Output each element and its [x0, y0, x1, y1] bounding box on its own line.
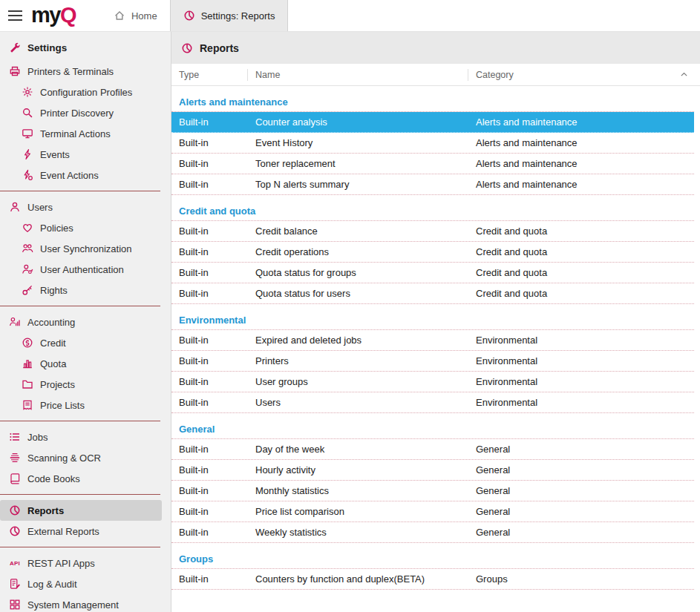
column-header-type[interactable]: Type [171, 69, 248, 81]
report-row[interactable]: Built-inQuota status for groupsCredit an… [171, 263, 694, 283]
sidebar-item-log-audit[interactable]: Log & Audit [0, 573, 171, 594]
cell-name: Day of the week [248, 444, 468, 455]
cell-name: Weekly statistics [248, 527, 468, 538]
cell-type: Built-in [171, 246, 248, 257]
sidebar-item-users[interactable]: Users [0, 197, 171, 217]
cell-name: Top N alerts summary [248, 179, 468, 190]
cell-type: Built-in [171, 573, 248, 585]
sidebar-menu: Printers & TerminalsConfiguration Profil… [0, 61, 171, 612]
sidebar-item-scanning-ocr[interactable]: Scanning & OCR [0, 447, 171, 468]
cell-category: Environmental [468, 335, 694, 346]
bolt-gear-icon [22, 169, 33, 181]
cell-name: Toner replacement [248, 158, 468, 169]
sidebar-item-credit[interactable]: Credit [0, 332, 171, 353]
search-icon [22, 107, 33, 119]
sidebar-item-user-authentication[interactable]: User Authentication [0, 259, 171, 280]
sidebar-item-code-books[interactable]: Code Books [0, 468, 171, 489]
sidebar-item-reports[interactable]: Reports [0, 500, 162, 521]
bolt-icon [22, 148, 33, 160]
sidebar-item-external-reports[interactable]: External Reports [0, 521, 171, 542]
sidebar-item-events[interactable]: Events [0, 144, 171, 165]
settings-sidebar: Settings Printers & TerminalsConfigurati… [0, 32, 171, 612]
myq-app: myQ Home Settings: Reports Settings Prin… [0, 0, 700, 612]
report-row[interactable]: Built-inEvent HistoryAlerts and maintena… [171, 133, 694, 154]
sidebar-item-printer-discovery[interactable]: Printer Discovery [0, 102, 171, 123]
report-row[interactable]: Built-inWeekly statisticsGeneral [171, 522, 694, 543]
report-row[interactable]: Built-inExpired and deleted jobsEnvironm… [171, 330, 694, 351]
report-row[interactable]: Built-inCredit operationsCredit and quot… [171, 242, 694, 263]
sidebar-item-label: Users [27, 202, 53, 213]
report-row[interactable]: Built-inToner replacementAlerts and main… [171, 154, 694, 174]
folder-icon [22, 378, 33, 390]
sidebar-item-quota[interactable]: Quota [0, 353, 171, 374]
report-row[interactable]: Built-inUser groupsEnvironmental [171, 372, 694, 392]
cell-category: Credit and quota [468, 226, 694, 237]
report-row[interactable]: Built-inUsersEnvironmental [171, 392, 694, 413]
column-header-name[interactable]: Name [248, 69, 468, 81]
category-group-header: Groups [171, 543, 694, 569]
table-header: Type Name Category [171, 64, 700, 86]
cell-category: Groups [468, 573, 694, 585]
sidebar-item-user-synchronization[interactable]: User Synchronization [0, 238, 171, 259]
sidebar-item-policies[interactable]: Policies [0, 217, 171, 238]
sidebar-item-label: Reports [27, 505, 64, 516]
report-row[interactable]: Built-inQuota status for usersCredit and… [171, 283, 694, 304]
cell-category: Credit and quota [468, 246, 694, 257]
price-list-icon [22, 399, 33, 411]
sidebar-item-projects[interactable]: Projects [0, 374, 171, 395]
cell-type: Built-in [171, 397, 248, 408]
scanner-icon [9, 452, 21, 464]
sidebar-item-configuration-profiles[interactable]: Configuration Profiles [0, 82, 171, 102]
sidebar-item-printers-terminals[interactable]: Printers & Terminals [0, 61, 171, 82]
cell-type: Built-in [171, 137, 248, 148]
cell-type: Built-in [171, 116, 248, 128]
logo-text-q: Q [60, 3, 76, 27]
report-row[interactable]: Built-inPrice list comparisonGeneral [171, 501, 694, 522]
sidebar-item-label: Policies [40, 223, 73, 234]
cell-type: Built-in [171, 226, 248, 237]
report-row[interactable]: Built-inCredit balanceCredit and quota [171, 221, 694, 242]
sidebar-item-jobs[interactable]: Jobs [0, 427, 171, 447]
sidebar-item-label: Configuration Profiles [40, 87, 132, 98]
report-row[interactable]: Built-inCounter analysisAlerts and maint… [171, 112, 694, 133]
column-header-category[interactable]: Category [468, 69, 700, 81]
cell-name: Credit balance [248, 226, 468, 237]
sidebar-item-label: Projects [40, 379, 75, 390]
tab-home[interactable]: Home [101, 0, 170, 31]
sidebar-item-label: User Authentication [40, 264, 124, 275]
myq-logo[interactable]: myQ [30, 0, 85, 31]
report-row[interactable]: Built-inHourly activityGeneral [171, 460, 694, 481]
report-row[interactable]: Built-inCounters by function and duplex(… [171, 569, 694, 590]
report-row[interactable]: Built-inPrintersEnvironmental [171, 351, 694, 372]
sidebar-item-event-actions[interactable]: Event Actions [0, 165, 171, 185]
report-row[interactable]: Built-inTop N alerts summaryAlerts and m… [171, 174, 694, 195]
sidebar-item-rest-api-apps[interactable]: APIREST API Apps [0, 553, 171, 573]
cell-name: Hourly activity [248, 464, 468, 476]
cell-name: Expired and deleted jobs [248, 335, 468, 346]
menu-icon[interactable] [0, 0, 30, 31]
sidebar-item-price-lists[interactable]: Price Lists [0, 395, 171, 415]
sidebar-divider [0, 421, 160, 421]
logo-text-my: my [31, 3, 60, 27]
cell-category: General [468, 506, 694, 517]
sidebar-item-label: Code Books [27, 473, 80, 484]
sidebar-item-rights[interactable]: Rights [0, 280, 171, 300]
cell-category: Alerts and maintenance [468, 179, 694, 190]
api-icon: API [9, 557, 21, 569]
sidebar-item-terminal-actions[interactable]: Terminal Actions [0, 123, 171, 144]
sidebar-item-system-management[interactable]: System Management [0, 594, 171, 612]
reports-icon [181, 42, 193, 54]
log-pencil-icon [9, 578, 21, 590]
list-icon [9, 431, 21, 443]
cell-name: Counters by function and duplex(BETA) [248, 573, 468, 585]
tab-settings-reports[interactable]: Settings: Reports [170, 0, 289, 31]
grid-icon [9, 599, 21, 611]
sidebar-item-label: External Reports [27, 526, 99, 537]
cell-category: Credit and quota [468, 267, 694, 278]
report-row[interactable]: Built-inDay of the weekGeneral [171, 439, 694, 460]
sidebar-divider [0, 494, 160, 495]
report-row[interactable]: Built-inMonthly statisticsGeneral [171, 481, 694, 501]
cell-type: Built-in [171, 288, 248, 299]
book-icon [9, 473, 21, 484]
sidebar-item-accounting[interactable]: Accounting [0, 312, 171, 332]
